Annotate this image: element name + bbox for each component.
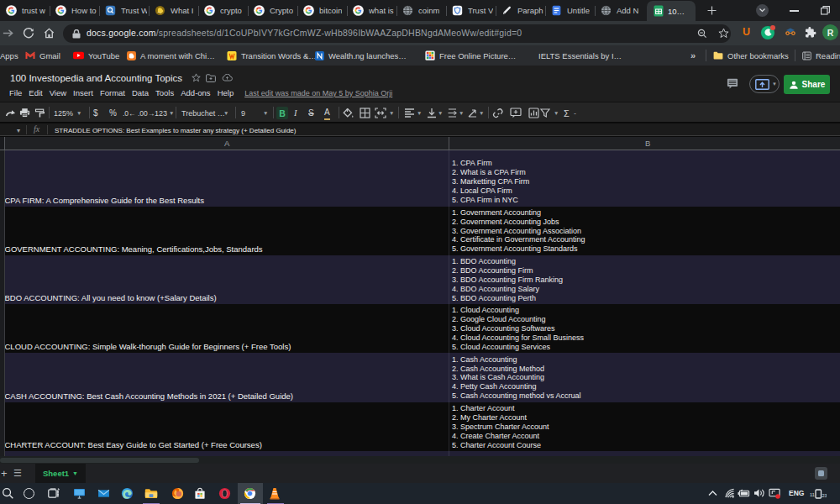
svg-text:23: 23 bbox=[822, 493, 827, 498]
svg-text:11: 11 bbox=[810, 492, 815, 497]
